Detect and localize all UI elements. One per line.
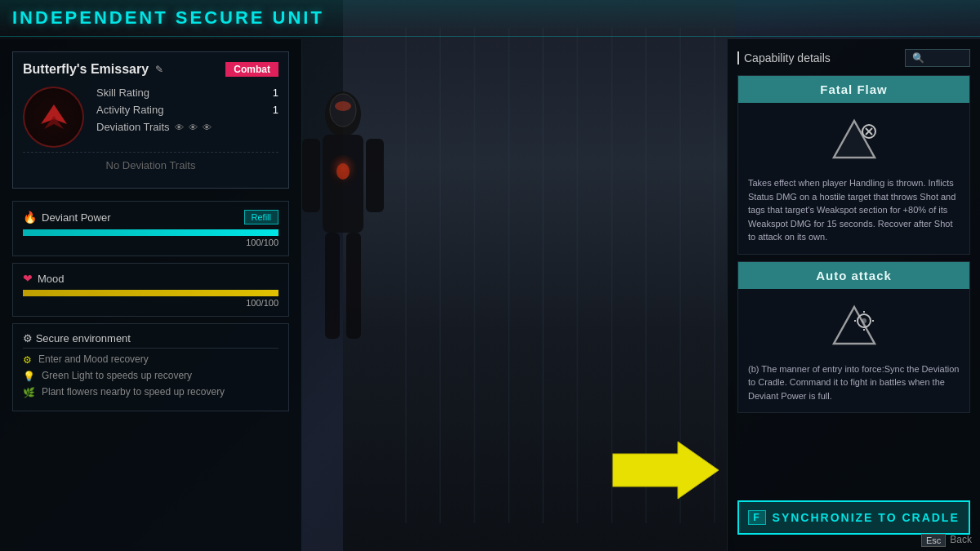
flame-icon: 🔥	[23, 211, 37, 224]
capability-title: Capability details	[737, 51, 831, 64]
synchronize-button[interactable]: F SYNCHRONIZE TO CRADLE	[737, 500, 970, 535]
mood-section: ❤ Mood 100/100	[12, 263, 289, 317]
search-box[interactable]: 🔍	[905, 49, 970, 67]
refill-button[interactable]: Refill	[244, 210, 278, 224]
plant-icon: 🌿	[23, 387, 35, 398]
secure-env-icon: ⚙	[23, 332, 33, 344]
env-item-2: 💡 Green Light to speeds up recovery	[23, 370, 278, 382]
env-item-1: ⚙ Enter and Mood recovery	[23, 353, 278, 366]
right-panel: Capability details 🔍 Fatal Flaw Takes ef…	[727, 39, 980, 551]
auto-attack-card: Auto attack (b) The manner of entry into…	[737, 261, 970, 414]
unit-stats: Skill Rating 1 Activity Rating 1 Deviati…	[96, 87, 278, 148]
fatal-flaw-title: Fatal Flaw	[738, 76, 969, 103]
deviant-power-bar	[23, 229, 278, 236]
mood-header: ❤ Mood	[23, 272, 278, 285]
svg-rect-2	[302, 139, 320, 212]
header-title: INDEPENDENT SECURE UNIT	[12, 7, 324, 29]
light-icon: 💡	[23, 371, 35, 382]
unit-card-header: Butterfly's Emissary ✎ Combat	[23, 62, 278, 77]
edit-icon[interactable]: ✎	[155, 64, 163, 75]
mood-label-text: Mood	[38, 273, 65, 285]
svg-point-9	[335, 101, 351, 111]
esc-key[interactable]: Esc	[921, 534, 946, 547]
mood-label: ❤ Mood	[23, 272, 65, 285]
power-header: 🔥 Deviant Power Refill	[23, 210, 278, 224]
activity-rating-value: 1	[273, 104, 278, 116]
deviation-traits-row: Deviation Traits 👁 👁 👁	[96, 121, 278, 133]
svg-point-20	[862, 318, 866, 323]
svg-rect-3	[366, 139, 384, 212]
capability-header: Capability details 🔍	[737, 49, 970, 67]
eye-icon-2[interactable]: 👁	[189, 122, 198, 132]
bottom-controls: Esc Back	[921, 534, 972, 547]
deviant-power-value: 100/100	[23, 238, 278, 247]
svg-marker-12	[612, 442, 719, 499]
auto-attack-icon-area	[826, 299, 883, 356]
unit-avatar	[23, 87, 84, 148]
mood-bar	[23, 290, 278, 296]
fatal-flaw-card: Fatal Flaw Takes effect when player Hand…	[737, 75, 970, 255]
eye-icon-3[interactable]: 👁	[203, 122, 212, 132]
skill-rating-row: Skill Rating 1	[96, 87, 278, 99]
auto-attack-title: Auto attack	[738, 262, 969, 289]
combat-badge: Combat	[225, 62, 278, 77]
activity-rating-row: Activity Rating 1	[96, 104, 278, 116]
avatar-symbol	[38, 101, 70, 134]
deviation-traits-label: Deviation Traits	[96, 121, 170, 133]
secure-env-title: ⚙ Secure environment	[23, 332, 278, 349]
left-panel: Butterfly's Emissary ✎ Combat Skill Rati…	[0, 39, 302, 551]
unit-card: Butterfly's Emissary ✎ Combat Skill Rati…	[12, 51, 289, 189]
auto-attack-description: (b) The manner of entry into force:Sync …	[748, 362, 960, 403]
env-item-3: 🌿 Plant flowers nearby to speed up recov…	[23, 386, 278, 398]
fatal-flaw-body: Takes effect when player Handling is thr…	[738, 103, 969, 254]
fatal-flaw-icon-area	[826, 113, 883, 170]
fatal-flaw-description: Takes effect when player Handling is thr…	[748, 176, 960, 244]
header: INDEPENDENT SECURE UNIT	[0, 0, 980, 37]
auto-attack-icon	[830, 303, 879, 352]
mood-fill	[23, 290, 278, 296]
mood-value: 100/100	[23, 298, 278, 308]
sync-key-label: F	[748, 510, 765, 525]
yellow-arrow	[612, 438, 719, 506]
eye-icon-1[interactable]: 👁	[175, 122, 184, 132]
heart-icon: ❤	[23, 272, 33, 285]
sync-area: F SYNCHRONIZE TO CRADLE	[737, 500, 970, 535]
deviant-power-section: 🔥 Deviant Power Refill 100/100	[12, 201, 289, 256]
power-label: 🔥 Deviant Power	[23, 211, 111, 224]
fatal-flaw-icon	[830, 117, 879, 166]
search-icon: 🔍	[912, 52, 924, 64]
svg-rect-5	[346, 233, 361, 339]
skill-rating-label: Skill Rating	[96, 87, 149, 99]
no-traits-text: No Deviation Traits	[23, 152, 278, 178]
svg-point-7	[336, 163, 350, 180]
unit-body: Skill Rating 1 Activity Rating 1 Deviati…	[23, 87, 278, 148]
back-label: Back	[950, 534, 972, 547]
deviant-power-label: Deviant Power	[42, 211, 111, 224]
secure-environment: ⚙ Secure environment ⚙ Enter and Mood re…	[12, 323, 289, 411]
sync-button-label: SYNCHRONIZE TO CRADLE	[773, 511, 960, 524]
bullet-icon-1: ⚙	[23, 354, 32, 366]
auto-attack-body: (b) The manner of entry into force:Sync …	[738, 289, 969, 413]
unit-name: Butterfly's Emissary	[23, 62, 149, 77]
skill-rating-value: 1	[273, 87, 278, 99]
svg-rect-4	[325, 233, 340, 339]
deviant-power-fill	[23, 229, 278, 236]
activity-rating-label: Activity Rating	[96, 104, 163, 116]
